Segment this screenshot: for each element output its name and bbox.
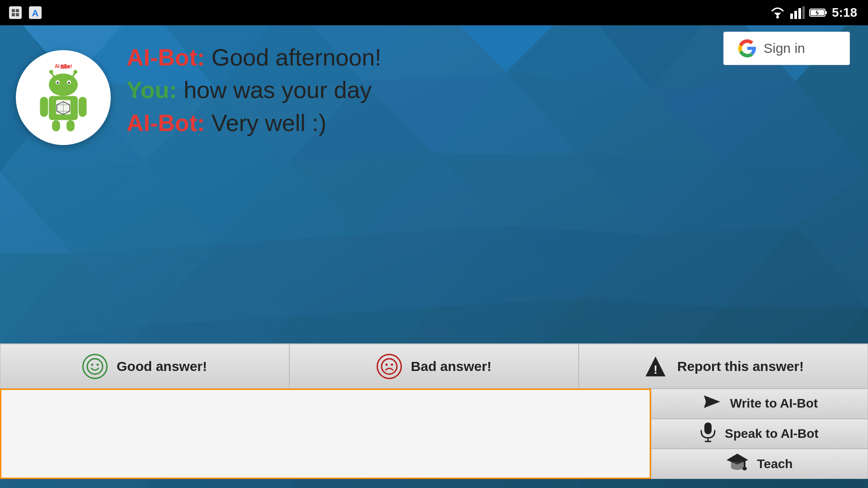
- status-bar: A 5:18: [0, 0, 868, 25]
- bad-emoji-icon: [377, 354, 402, 379]
- bad-answer-label: Bad answer!: [411, 359, 491, 374]
- google-g-icon: [738, 39, 756, 57]
- good-emoji-icon: [82, 354, 108, 379]
- svg-rect-108: [79, 97, 87, 117]
- sign-in-label: Sign in: [764, 41, 805, 56]
- bottom-controls: Good answer! Bad answer!: [0, 343, 868, 488]
- avatar: AI - Bot AI - Bot: [16, 50, 111, 145]
- svg-point-95: [73, 70, 77, 74]
- svg-rect-76: [12, 13, 15, 16]
- teach-label: Teach: [757, 457, 793, 471]
- app-icon-2: A: [27, 5, 43, 21]
- bad-answer-button[interactable]: Bad answer!: [289, 344, 579, 389]
- chat-line-3: AI-Bot: Very well :): [127, 109, 841, 137]
- main-content: AI-Bot: Good afternoon! You: how was you…: [0, 25, 868, 488]
- android-bot-svg: AI - Bot AI - Bot: [27, 61, 99, 134]
- svg-point-96: [49, 74, 78, 96]
- status-icons: 5:18: [769, 5, 857, 20]
- write-to-bot-label: Write to AI-Bot: [730, 396, 818, 411]
- teach-button[interactable]: Teach: [651, 449, 868, 479]
- svg-rect-109: [52, 120, 60, 131]
- warning-icon: !: [643, 354, 668, 379]
- app-icon-1: [7, 5, 24, 21]
- svg-rect-75: [16, 9, 19, 12]
- chat-text-1: Good afternoon!: [212, 44, 382, 70]
- svg-marker-119: [704, 395, 720, 408]
- svg-point-116: [391, 363, 393, 366]
- report-answer-button[interactable]: ! Report this answer!: [579, 344, 868, 389]
- side-buttons: Write to AI-Bot Speak to AI-Bot: [651, 389, 868, 479]
- status-bar-left: A: [7, 5, 43, 21]
- svg-rect-121: [704, 422, 712, 434]
- bot-label-1: AI-Bot:: [127, 44, 205, 70]
- svg-text:AI - Bot: AI - Bot: [55, 63, 72, 69]
- svg-point-111: [87, 359, 103, 374]
- svg-marker-80: [774, 13, 781, 16]
- good-answer-label: Good answer!: [117, 359, 207, 374]
- write-to-bot-button[interactable]: Write to AI-Bot: [651, 389, 868, 419]
- svg-point-93: [49, 70, 53, 74]
- svg-point-100: [68, 82, 70, 84]
- svg-point-99: [57, 82, 58, 84]
- chat-area: AI-Bot: Good afternoon! You: how was you…: [0, 25, 868, 343]
- chat-line-2: You: how was your day: [127, 76, 841, 104]
- status-time: 5:18: [832, 5, 857, 20]
- svg-point-113: [96, 363, 99, 366]
- message-input[interactable]: [0, 389, 651, 479]
- svg-rect-110: [66, 120, 75, 131]
- svg-rect-87: [825, 11, 827, 14]
- wifi-icon: [769, 6, 786, 19]
- speak-to-bot-label: Speak to AI-Bot: [725, 427, 818, 441]
- graduation-cap-icon: [726, 452, 748, 476]
- signal-icon: [790, 6, 805, 19]
- svg-rect-84: [798, 8, 801, 19]
- svg-rect-85: [802, 6, 805, 19]
- input-row: Write to AI-Bot Speak to AI-Bot: [0, 389, 868, 479]
- svg-rect-73: [9, 6, 22, 19]
- microphone-icon: [700, 422, 716, 446]
- battery-icon: [809, 7, 827, 18]
- svg-rect-107: [40, 97, 48, 117]
- svg-rect-77: [16, 13, 19, 16]
- send-icon: [701, 393, 721, 415]
- chat-text-2: how was your day: [184, 77, 372, 103]
- svg-point-115: [385, 363, 387, 366]
- svg-rect-74: [12, 9, 15, 12]
- report-answer-label: Report this answer!: [677, 359, 804, 374]
- speak-to-bot-button[interactable]: Speak to AI-Bot: [651, 419, 868, 449]
- good-answer-button[interactable]: Good answer!: [0, 344, 289, 389]
- svg-point-81: [776, 16, 779, 19]
- svg-point-112: [91, 363, 93, 366]
- svg-text:!: !: [654, 363, 658, 376]
- bot-label-2: AI-Bot:: [127, 110, 205, 136]
- chat-text-3: Very well :): [212, 110, 326, 136]
- answer-buttons-row: Good answer! Bad answer!: [0, 343, 868, 389]
- sign-in-button[interactable]: Sign in: [723, 32, 850, 65]
- svg-text:A: A: [32, 8, 38, 18]
- user-label-1: You:: [127, 77, 177, 103]
- svg-rect-82: [790, 14, 793, 19]
- svg-rect-83: [794, 11, 797, 19]
- svg-point-114: [382, 359, 397, 374]
- avatar-container: AI - Bot AI - Bot: [14, 25, 113, 170]
